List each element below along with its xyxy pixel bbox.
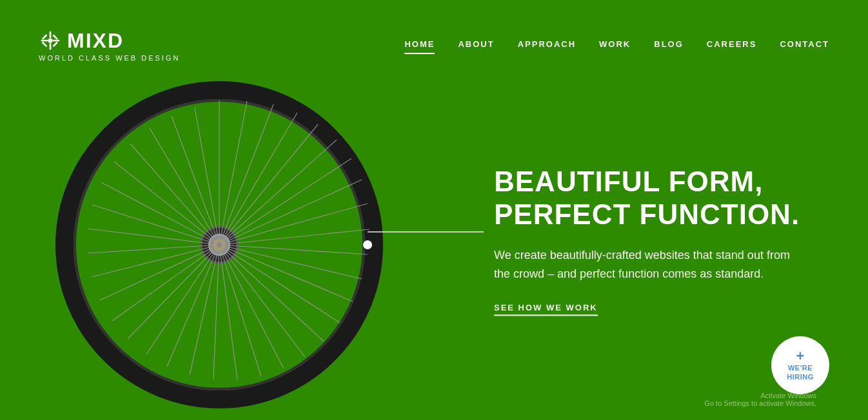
- svg-line-21: [219, 158, 351, 245]
- windows-line2: Go to Settings to activate Windows.: [704, 399, 816, 407]
- svg-line-19: [219, 124, 318, 245]
- svg-rect-7: [42, 41, 48, 47]
- svg-rect-2: [50, 43, 52, 50]
- svg-line-18: [219, 113, 297, 245]
- svg-line-25: [219, 245, 368, 254]
- windows-activation-notice: Activate Windows Go to Settings to activ…: [704, 392, 816, 407]
- svg-line-24: [219, 229, 370, 245]
- svg-rect-5: [42, 34, 48, 40]
- nav-careers[interactable]: CAREERS: [707, 39, 757, 52]
- svg-rect-1: [50, 32, 52, 39]
- svg-line-28: [219, 245, 340, 323]
- main-nav: HOME ABOUT APPROACH WORK BLOG CAREERS CO…: [404, 39, 829, 52]
- svg-rect-4: [53, 40, 60, 42]
- wheel-svg: [52, 77, 387, 412]
- hero-headline: BEAUTIFUL FORM, PERFECT FUNCTION.: [494, 166, 804, 231]
- connector-svg: [368, 225, 509, 251]
- page: MIXD WORLD CLASS WEB DESIGN HOME ABOUT A…: [0, 0, 868, 420]
- svg-line-37: [146, 245, 219, 354]
- nav-home[interactable]: HOME: [404, 39, 435, 52]
- svg-line-43: [88, 229, 219, 245]
- hero-body: We create beautifully-crafted websites t…: [494, 247, 804, 284]
- nav-about[interactable]: ABOUT: [458, 39, 494, 52]
- svg-line-41: [92, 245, 219, 277]
- svg-line-47: [130, 144, 219, 245]
- svg-point-0: [48, 38, 52, 43]
- svg-line-27: [219, 245, 353, 301]
- svg-rect-8: [52, 41, 58, 47]
- brand-tagline: WORLD CLASS WEB DESIGN: [39, 54, 180, 62]
- svg-line-23: [219, 204, 368, 245]
- hiring-plus-icon: +: [796, 349, 805, 363]
- svg-rect-3: [41, 40, 48, 42]
- hiring-badge[interactable]: + WE'RE HIRING: [771, 336, 829, 394]
- nav-approach[interactable]: APPROACH: [518, 39, 576, 52]
- hero-content: BEAUTIFUL FORM, PERFECT FUNCTION. We cre…: [494, 166, 804, 313]
- svg-line-40: [100, 245, 219, 300]
- wheel-container: [52, 77, 413, 420]
- windows-line1: Activate Windows: [704, 392, 816, 399]
- svg-line-31: [219, 245, 284, 368]
- svg-line-26: [219, 245, 362, 279]
- nav-work[interactable]: WORK: [599, 39, 631, 52]
- svg-rect-6: [52, 34, 58, 40]
- svg-line-42: [88, 245, 219, 253]
- nav-blog[interactable]: BLOG: [654, 39, 684, 52]
- mixd-logo-icon: [39, 29, 62, 52]
- header: MIXD WORLD CLASS WEB DESIGN HOME ABOUT A…: [0, 0, 868, 90]
- nav-contact[interactable]: CONTACT: [780, 39, 829, 52]
- hiring-text: WE'RE HIRING: [787, 363, 814, 382]
- logo-area: MIXD WORLD CLASS WEB DESIGN: [39, 29, 180, 62]
- logo-top: MIXD: [39, 29, 124, 53]
- brand-name: MIXD: [67, 29, 124, 53]
- svg-line-38: [128, 245, 219, 339]
- cta-button[interactable]: SEE HOW WE WORK: [494, 303, 598, 316]
